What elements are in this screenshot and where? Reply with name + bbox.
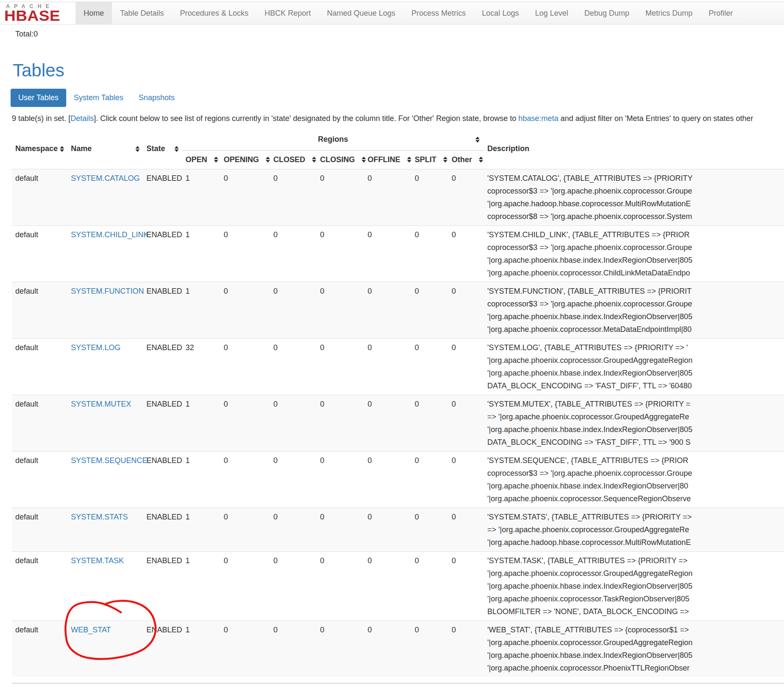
opening-count[interactable]: 0 — [220, 620, 270, 677]
offline-count[interactable]: 0 — [364, 508, 411, 551]
tab-snapshots[interactable]: Snapshots — [131, 89, 182, 107]
other-count[interactable]: 0 — [448, 169, 484, 225]
table-link-system-task[interactable]: SYSTEM.TASK — [71, 556, 124, 565]
nav-item-hbck-report[interactable]: HBCK Report — [256, 2, 319, 24]
closed-count[interactable]: 0 — [270, 169, 317, 225]
sort-icon[interactable] — [266, 157, 270, 163]
offline-count[interactable]: 0 — [364, 282, 411, 338]
nav-item-named-queue-logs[interactable]: Named Queue Logs — [319, 2, 403, 24]
col-header-open[interactable]: OPEN — [182, 150, 220, 169]
opening-count[interactable]: 0 — [220, 282, 270, 338]
tab-user-tables[interactable]: User Tables — [11, 89, 66, 107]
other-count[interactable]: 0 — [448, 508, 484, 551]
opening-count[interactable]: 0 — [220, 551, 270, 620]
offline-count[interactable]: 0 — [364, 551, 411, 620]
table-link-system-log[interactable]: SYSTEM.LOG — [71, 343, 121, 352]
opening-count[interactable]: 0 — [220, 169, 270, 225]
offline-count[interactable]: 0 — [364, 338, 411, 395]
other-count[interactable]: 0 — [448, 620, 484, 677]
sort-icon[interactable] — [407, 157, 411, 163]
split-count[interactable]: 0 — [411, 395, 448, 451]
sort-icon[interactable] — [443, 157, 447, 163]
open-count[interactable]: 1 — [182, 169, 220, 225]
nav-item-table-details[interactable]: Table Details — [112, 2, 172, 24]
open-count[interactable]: 1 — [182, 395, 220, 451]
closed-count[interactable]: 0 — [270, 338, 317, 395]
closed-count[interactable]: 0 — [270, 620, 317, 677]
closed-count[interactable]: 0 — [270, 225, 317, 282]
hbase-logo[interactable]: APACHE HBASE — [0, 2, 76, 24]
split-count[interactable]: 0 — [411, 225, 448, 282]
other-count[interactable]: 0 — [448, 451, 484, 508]
col-header-other[interactable]: Other — [448, 150, 484, 169]
col-header-offline[interactable]: OFFLINE — [364, 150, 411, 169]
nav-item-procedures-locks[interactable]: Procedures & Locks — [172, 2, 256, 24]
col-header-closing[interactable]: CLOSING — [317, 150, 364, 169]
col-header-opening[interactable]: OPENING — [220, 150, 270, 169]
table-link-system-function[interactable]: SYSTEM.FUNCTION — [71, 287, 144, 295]
closing-count[interactable]: 0 — [317, 282, 364, 338]
col-header-regions[interactable]: Regions — [182, 129, 484, 150]
open-count[interactable]: 1 — [182, 451, 220, 508]
closing-count[interactable]: 0 — [317, 620, 364, 677]
open-count[interactable]: 32 — [182, 338, 220, 395]
split-count[interactable]: 0 — [411, 282, 448, 338]
opening-count[interactable]: 0 — [220, 395, 270, 451]
split-count[interactable]: 0 — [411, 620, 448, 677]
open-count[interactable]: 1 — [182, 551, 220, 620]
split-count[interactable]: 0 — [411, 338, 448, 395]
offline-count[interactable]: 0 — [364, 395, 411, 451]
nav-item-metrics-dump[interactable]: Metrics Dump — [638, 2, 701, 24]
opening-count[interactable]: 0 — [220, 225, 270, 282]
open-count[interactable]: 1 — [182, 282, 220, 338]
nav-item-debug-dump[interactable]: Debug Dump — [576, 2, 638, 24]
table-link-system-catalog[interactable]: SYSTEM.CATALOG — [71, 174, 140, 182]
split-count[interactable]: 0 — [411, 169, 448, 225]
table-link-system-sequence[interactable]: SYSTEM.SEQUENCE — [71, 456, 147, 465]
sort-icon[interactable] — [174, 146, 179, 152]
offline-count[interactable]: 0 — [364, 620, 411, 677]
table-link-system-child-link[interactable]: SYSTEM.CHILD_LINK — [71, 230, 149, 239]
table-link-web-stat[interactable]: WEB_STAT — [71, 626, 111, 634]
other-count[interactable]: 0 — [448, 551, 484, 620]
nav-item-log-level[interactable]: Log Level — [527, 2, 576, 24]
col-header-namespace[interactable]: Namespace — [12, 129, 67, 169]
closed-count[interactable]: 0 — [270, 282, 317, 338]
nav-item-home[interactable]: Home — [76, 2, 112, 24]
nav-item-local-logs[interactable]: Local Logs — [474, 2, 527, 24]
col-header-name[interactable]: Name — [67, 129, 143, 169]
col-header-split[interactable]: SPLIT — [411, 150, 448, 169]
col-header-state[interactable]: State — [143, 129, 182, 169]
split-count[interactable]: 0 — [411, 551, 448, 620]
sort-icon[interactable] — [312, 157, 316, 163]
opening-count[interactable]: 0 — [220, 508, 270, 551]
closed-count[interactable]: 0 — [270, 551, 317, 620]
split-count[interactable]: 0 — [411, 451, 448, 508]
hbase-meta-link[interactable]: hbase:meta — [518, 114, 558, 123]
open-count[interactable]: 1 — [182, 620, 220, 677]
closing-count[interactable]: 0 — [317, 169, 364, 225]
opening-count[interactable]: 0 — [220, 451, 270, 508]
split-count[interactable]: 0 — [411, 508, 448, 551]
closing-count[interactable]: 0 — [317, 395, 364, 451]
tab-system-tables[interactable]: System Tables — [66, 89, 131, 107]
col-header-closed[interactable]: CLOSED — [270, 150, 317, 169]
closing-count[interactable]: 0 — [317, 508, 364, 551]
sort-icon[interactable] — [479, 157, 483, 163]
table-link-system-mutex[interactable]: SYSTEM.MUTEX — [71, 400, 131, 408]
offline-count[interactable]: 0 — [364, 169, 411, 225]
other-count[interactable]: 0 — [448, 338, 484, 395]
open-count[interactable]: 1 — [182, 225, 220, 282]
sort-icon[interactable] — [214, 157, 218, 163]
other-count[interactable]: 0 — [448, 395, 484, 451]
nav-item-process-metrics[interactable]: Process Metrics — [403, 2, 474, 24]
closed-count[interactable]: 0 — [270, 508, 317, 551]
closing-count[interactable]: 0 — [317, 338, 364, 395]
sort-icon[interactable] — [135, 146, 140, 152]
closed-count[interactable]: 0 — [270, 395, 317, 451]
sort-icon[interactable] — [475, 137, 480, 143]
offline-count[interactable]: 0 — [364, 225, 411, 282]
sort-icon[interactable] — [362, 157, 366, 163]
opening-count[interactable]: 0 — [220, 338, 270, 395]
table-link-system-stats[interactable]: SYSTEM.STATS — [71, 513, 128, 521]
